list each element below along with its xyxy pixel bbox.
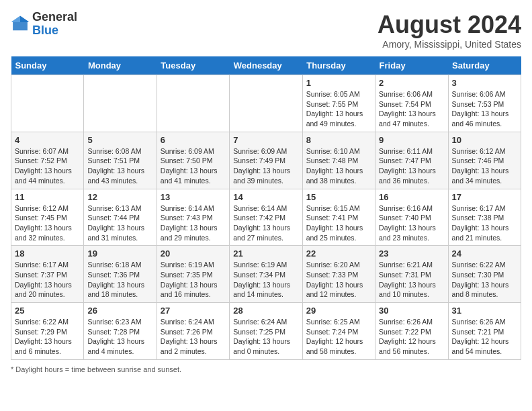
day-info: Sunrise: 6:22 AM Sunset: 7:30 PM Dayligh… [452, 260, 517, 300]
day-number: 3 [452, 78, 517, 88]
day-number: 24 [452, 248, 517, 259]
calendar-header: Sunday Monday Tuesday Wednesday Thursday… [11, 56, 521, 75]
calendar-cell: 11Sunrise: 6:12 AM Sunset: 7:45 PM Dayli… [11, 189, 84, 246]
day-number: 28 [233, 306, 298, 316]
day-number: 14 [233, 192, 298, 202]
day-number: 12 [87, 192, 152, 202]
col-friday: Friday [375, 56, 448, 75]
day-info: Sunrise: 6:08 AM Sunset: 7:51 PM Dayligh… [87, 146, 152, 186]
col-tuesday: Tuesday [157, 56, 229, 75]
calendar-cell: 13Sunrise: 6:14 AM Sunset: 7:43 PM Dayli… [157, 189, 229, 246]
calendar-cell: 19Sunrise: 6:18 AM Sunset: 7:36 PM Dayli… [84, 246, 157, 303]
day-info: Sunrise: 6:13 AM Sunset: 7:44 PM Dayligh… [87, 203, 152, 243]
day-info: Sunrise: 6:25 AM Sunset: 7:24 PM Dayligh… [306, 317, 371, 357]
calendar-cell: 31Sunrise: 6:26 AM Sunset: 7:21 PM Dayli… [448, 303, 521, 360]
calendar-cell: 14Sunrise: 6:14 AM Sunset: 7:42 PM Dayli… [230, 189, 302, 246]
day-number: 22 [306, 248, 371, 259]
calendar-cell: 29Sunrise: 6:25 AM Sunset: 7:24 PM Dayli… [302, 303, 375, 360]
col-monday: Monday [84, 56, 157, 75]
day-number: 21 [233, 248, 298, 259]
day-number: 27 [161, 306, 226, 316]
logo: General Blue [11, 11, 77, 38]
day-number: 23 [379, 248, 444, 259]
calendar-week-3: 11Sunrise: 6:12 AM Sunset: 7:45 PM Dayli… [11, 189, 521, 246]
day-info: Sunrise: 6:06 AM Sunset: 7:54 PM Dayligh… [379, 89, 444, 129]
calendar-table: Sunday Monday Tuesday Wednesday Thursday… [11, 56, 521, 360]
calendar-cell: 28Sunrise: 6:24 AM Sunset: 7:25 PM Dayli… [230, 303, 302, 360]
day-info: Sunrise: 6:17 AM Sunset: 7:38 PM Dayligh… [452, 203, 517, 243]
day-number: 1 [306, 78, 371, 88]
calendar-cell: 26Sunrise: 6:23 AM Sunset: 7:28 PM Dayli… [84, 303, 157, 360]
calendar-cell: 9Sunrise: 6:11 AM Sunset: 7:47 PM Daylig… [375, 132, 448, 189]
calendar-cell: 22Sunrise: 6:20 AM Sunset: 7:33 PM Dayli… [302, 246, 375, 303]
day-number: 5 [87, 135, 152, 145]
day-info: Sunrise: 6:18 AM Sunset: 7:36 PM Dayligh… [87, 260, 152, 300]
calendar-body: 1Sunrise: 6:05 AM Sunset: 7:55 PM Daylig… [11, 75, 521, 360]
day-number: 25 [15, 306, 80, 316]
calendar-cell: 20Sunrise: 6:19 AM Sunset: 7:35 PM Dayli… [157, 246, 229, 303]
calendar-week-1: 1Sunrise: 6:05 AM Sunset: 7:55 PM Daylig… [11, 75, 521, 132]
month-title: August 2024 [378, 11, 521, 39]
day-info: Sunrise: 6:23 AM Sunset: 7:28 PM Dayligh… [87, 317, 152, 357]
footer-note: * Daylight hours = time between sunrise … [11, 365, 521, 373]
col-wednesday: Wednesday [230, 56, 302, 75]
calendar-week-4: 18Sunrise: 6:17 AM Sunset: 7:37 PM Dayli… [11, 246, 521, 303]
day-number: 2 [379, 78, 444, 88]
day-info: Sunrise: 6:24 AM Sunset: 7:26 PM Dayligh… [161, 317, 226, 357]
day-info: Sunrise: 6:19 AM Sunset: 7:34 PM Dayligh… [233, 260, 298, 300]
day-number: 10 [452, 135, 517, 145]
calendar-cell [230, 75, 302, 132]
day-info: Sunrise: 6:17 AM Sunset: 7:37 PM Dayligh… [15, 260, 80, 300]
logo-text: General Blue [32, 11, 77, 38]
svg-marker-2 [12, 15, 20, 21]
day-number: 7 [233, 135, 298, 145]
calendar-cell: 30Sunrise: 6:26 AM Sunset: 7:22 PM Dayli… [375, 303, 448, 360]
day-number: 4 [15, 135, 80, 145]
day-info: Sunrise: 6:26 AM Sunset: 7:22 PM Dayligh… [379, 317, 444, 357]
logo-icon [11, 15, 30, 34]
calendar-cell [84, 75, 157, 132]
calendar-cell: 15Sunrise: 6:15 AM Sunset: 7:41 PM Dayli… [302, 189, 375, 246]
day-number: 13 [161, 192, 226, 202]
calendar-cell: 12Sunrise: 6:13 AM Sunset: 7:44 PM Dayli… [84, 189, 157, 246]
calendar-cell: 16Sunrise: 6:16 AM Sunset: 7:40 PM Dayli… [375, 189, 448, 246]
calendar-cell: 18Sunrise: 6:17 AM Sunset: 7:37 PM Dayli… [11, 246, 84, 303]
day-number: 8 [306, 135, 371, 145]
calendar-cell: 25Sunrise: 6:22 AM Sunset: 7:29 PM Dayli… [11, 303, 84, 360]
calendar-cell: 17Sunrise: 6:17 AM Sunset: 7:38 PM Dayli… [448, 189, 521, 246]
day-number: 11 [15, 192, 80, 202]
day-info: Sunrise: 6:15 AM Sunset: 7:41 PM Dayligh… [306, 203, 371, 243]
day-info: Sunrise: 6:24 AM Sunset: 7:25 PM Dayligh… [233, 317, 298, 357]
calendar-cell: 2Sunrise: 6:06 AM Sunset: 7:54 PM Daylig… [375, 75, 448, 132]
day-info: Sunrise: 6:12 AM Sunset: 7:45 PM Dayligh… [15, 203, 80, 243]
day-number: 30 [379, 306, 444, 316]
calendar-cell: 27Sunrise: 6:24 AM Sunset: 7:26 PM Dayli… [157, 303, 229, 360]
day-info: Sunrise: 6:06 AM Sunset: 7:53 PM Dayligh… [452, 89, 517, 129]
day-number: 31 [452, 306, 517, 316]
day-number: 15 [306, 192, 371, 202]
day-info: Sunrise: 6:21 AM Sunset: 7:31 PM Dayligh… [379, 260, 444, 300]
day-info: Sunrise: 6:22 AM Sunset: 7:29 PM Dayligh… [15, 317, 80, 357]
day-number: 20 [161, 248, 226, 259]
calendar-cell: 24Sunrise: 6:22 AM Sunset: 7:30 PM Dayli… [448, 246, 521, 303]
day-info: Sunrise: 6:07 AM Sunset: 7:52 PM Dayligh… [15, 146, 80, 186]
day-number: 19 [87, 248, 152, 259]
location: Amory, Mississippi, United States [378, 39, 521, 50]
day-number: 26 [87, 306, 152, 316]
day-number: 9 [379, 135, 444, 145]
day-number: 6 [161, 135, 226, 145]
calendar-cell: 23Sunrise: 6:21 AM Sunset: 7:31 PM Dayli… [375, 246, 448, 303]
day-info: Sunrise: 6:09 AM Sunset: 7:49 PM Dayligh… [233, 146, 298, 186]
day-info: Sunrise: 6:10 AM Sunset: 7:48 PM Dayligh… [306, 146, 371, 186]
calendar-cell: 21Sunrise: 6:19 AM Sunset: 7:34 PM Dayli… [230, 246, 302, 303]
header-row: Sunday Monday Tuesday Wednesday Thursday… [11, 56, 521, 75]
day-info: Sunrise: 6:20 AM Sunset: 7:33 PM Dayligh… [306, 260, 371, 300]
col-thursday: Thursday [302, 56, 375, 75]
day-info: Sunrise: 6:11 AM Sunset: 7:47 PM Dayligh… [379, 146, 444, 186]
day-info: Sunrise: 6:26 AM Sunset: 7:21 PM Dayligh… [452, 317, 517, 357]
header: General Blue August 2024 Amory, Mississi… [11, 11, 521, 50]
calendar-cell [157, 75, 229, 132]
day-number: 18 [15, 248, 80, 259]
calendar-cell: 3Sunrise: 6:06 AM Sunset: 7:53 PM Daylig… [448, 75, 521, 132]
calendar-week-5: 25Sunrise: 6:22 AM Sunset: 7:29 PM Dayli… [11, 303, 521, 360]
